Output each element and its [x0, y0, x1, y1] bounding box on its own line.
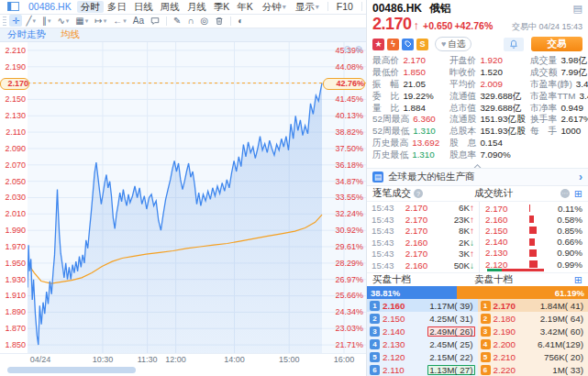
line-tool-icon[interactable]: ╱▾ — [23, 15, 39, 27]
stat-value: 1.310 — [413, 126, 436, 138]
move-tool-icon[interactable]: ✛ — [9, 15, 22, 27]
zoom-out-icon[interactable]: ⊖ — [343, 44, 350, 54]
minute-dropdown[interactable]: 分钟▾ — [259, 1, 290, 13]
buy-sell-ratio-bar: 38.81% 61.19% — [367, 286, 588, 299]
stat-value: 151.93亿股 — [480, 126, 526, 138]
timeshare-chart[interactable]: ⊖ ⊕ 2.2102.1902.1502.1302.1102.0902.0702… — [0, 42, 366, 353]
time-axis-label: 16:00 — [334, 355, 355, 364]
pattern-tool-icon[interactable]: ▦▾ — [72, 15, 91, 27]
text-tool-icon[interactable]: Aa — [130, 15, 147, 27]
quote-stats-grid: 最高价2.170最低价1.850振 幅21.05委 比19.22%量 比1.88… — [367, 53, 588, 160]
alert-bell-button[interactable] — [504, 38, 524, 51]
zoom-in-icon[interactable]: ⊕ — [355, 44, 362, 54]
display-dropdown[interactable]: 显示▾ — [292, 1, 323, 13]
buy-order-row[interactable]: 12.1601.17M( 39) — [367, 299, 478, 312]
stat-label: 每 手 — [530, 126, 557, 138]
tab-quarterly[interactable]: 季K — [210, 1, 234, 13]
current-price-bubble: 2.170 — [0, 78, 29, 90]
down-arrow-icon: ↓ — [470, 260, 474, 271]
stat-label: 流通值 — [449, 91, 476, 103]
sell-order-book: 12.1701.84M( 41)22.1802.19M( 64)32.1903.… — [478, 299, 588, 376]
order-price: 2.220 — [494, 365, 524, 375]
level-badge: 5 — [370, 352, 380, 362]
horizontal-line-tool-icon[interactable]: ↦▾ — [92, 15, 109, 27]
order-price: 2.150 — [383, 314, 413, 324]
sell-order-row[interactable]: 22.1802.19M( 64) — [478, 312, 588, 325]
more-icon[interactable]: ⋯ — [560, 189, 570, 198]
chart-scrollbar[interactable] — [0, 365, 366, 376]
buy-order-row[interactable]: 52.1202.15M( 22) — [367, 350, 478, 363]
tab-timeshare[interactable]: 分时 — [77, 1, 104, 13]
buy-order-row[interactable]: 32.1402.49M( 26) — [367, 325, 478, 337]
tab-multiday[interactable]: 多日 — [104, 1, 130, 13]
price-axis-label: 1.970 — [0, 242, 26, 251]
order-volume: 2.45M( 25) — [427, 339, 474, 349]
timeshare-plot[interactable] — [28, 42, 366, 353]
stat-value: 1.850 — [403, 67, 426, 79]
hk-market-badge: ★ — [372, 39, 384, 50]
grid-view-icon[interactable]: ⊞ — [574, 188, 582, 200]
stock-terminal: 00486.HK 分时多日日线周线月线季K年K 分钟▾ 显示▾ F10 ▾ ✎ … — [0, 0, 588, 376]
trade-button[interactable]: 交易 — [531, 37, 582, 51]
stat-label: 成交量 — [530, 55, 557, 67]
tab-weekly[interactable]: 周线 — [157, 1, 183, 13]
price-axis-label: 1.990 — [0, 226, 26, 235]
tick-time: 15:43 — [372, 226, 399, 238]
buy-order-row[interactable]: 62.1101.13M( 27) — [367, 363, 478, 376]
percent-axis-label: 30.92% — [321, 226, 363, 235]
target-tool-icon[interactable]: ◎ — [198, 15, 212, 27]
tab-timeshare-trend[interactable]: 分时走势 — [7, 28, 46, 41]
panes-icon[interactable] — [4, 1, 23, 13]
stat-label: 市盈率TTM — [530, 91, 576, 103]
down-arrow-icon: ↓ — [470, 238, 474, 248]
sell-order-row[interactable]: 62.2201M( 33) — [478, 363, 588, 376]
collapse-stats-button[interactable] — [367, 160, 588, 168]
tab-daily[interactable]: 日线 — [130, 1, 157, 13]
help-icon[interactable]: ? — [414, 189, 423, 198]
f10-button[interactable]: F10 — [333, 1, 357, 13]
tab-moving-average[interactable]: 均线 — [61, 28, 80, 41]
top-toolbar: 00486.HK 分时多日日线周线月线季K年K 分钟▾ 显示▾ F10 ▾ ✎ — [0, 0, 366, 15]
detail-icon[interactable]: ▤ — [573, 3, 582, 15]
percent-axis-label: 28.29% — [321, 259, 363, 268]
wave-tool-icon[interactable]: ∿▾ — [54, 15, 72, 27]
pencil-tool-icon[interactable]: ✎ — [171, 15, 183, 27]
scrollbar-thumb[interactable] — [7, 367, 136, 373]
time-axis-label: 12:00 — [165, 355, 186, 364]
trash-tool-icon[interactable] — [212, 15, 227, 27]
arrow-tool-icon[interactable]: ←▾ — [110, 15, 129, 27]
dist-row: 2.1700.11% — [480, 203, 588, 214]
tab-yearly[interactable]: 年K — [233, 1, 257, 13]
magnet-tool-icon[interactable]: ∩ — [184, 15, 196, 27]
dist-bar — [529, 205, 530, 212]
sell-order-row[interactable]: 32.1903.42M( 60) — [478, 325, 588, 337]
stat-label: 委 比 — [372, 91, 399, 103]
sell-order-row[interactable]: 52.210756K( 20) — [478, 350, 588, 363]
add-watchlist-button[interactable]: ♥自选 — [435, 37, 472, 51]
tick-price: 2.170 — [399, 226, 434, 238]
tab-trade-stats[interactable]: 成交统计 — [474, 187, 513, 200]
time-axis-label: 14:00 — [224, 355, 245, 364]
sell-order-row[interactable]: 42.2006.41M(129) — [478, 337, 588, 350]
depth-grid-icon[interactable]: ⊞ — [574, 274, 582, 286]
stat-value: 3.98亿 — [560, 55, 587, 67]
last-price: 2.170 — [372, 15, 412, 34]
stat-row: 流通值329.688亿 — [449, 91, 530, 103]
order-volume: 4.25M( 31) — [427, 314, 474, 324]
visibility-toggle-icon[interactable]: ◐ — [235, 15, 246, 27]
price-axis-label: 2.130 — [0, 111, 26, 120]
sell-order-row[interactable]: 12.1701.84M( 41) — [478, 299, 588, 312]
lightning-badge: ϟ — [387, 39, 399, 50]
company-banner[interactable]: ▤ 全球最大的铝生产商 › — [367, 168, 588, 186]
dist-price: 2.130 — [485, 248, 516, 258]
percent-axis-label: 29.61% — [321, 242, 363, 251]
buy-order-row[interactable]: 22.1504.25M( 31) — [367, 312, 478, 325]
parallel-channel-tool-icon[interactable]: ∥▾ — [39, 15, 54, 27]
time-axis-label: 11:30 — [138, 355, 158, 364]
tab-tick-trades[interactable]: 逐笔成交 — [372, 187, 411, 200]
buy-order-row[interactable]: 42.1302.45M( 25) — [367, 337, 478, 350]
comment-tool-icon[interactable] — [148, 15, 162, 27]
price-axis-label: 2.110 — [0, 127, 26, 137]
tab-monthly[interactable]: 月线 — [183, 1, 210, 13]
drag-handle-icon[interactable] — [3, 17, 6, 26]
